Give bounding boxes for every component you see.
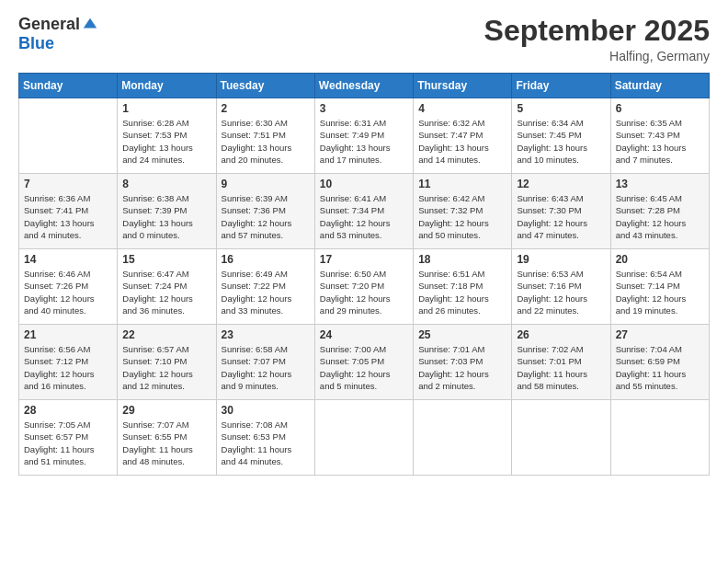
day-info: Sunrise: 6:56 AM Sunset: 7:12 PM Dayligh… xyxy=(24,343,112,392)
day-number: 30 xyxy=(222,404,310,417)
day-number: 24 xyxy=(320,328,408,341)
day-number: 22 xyxy=(122,328,210,341)
day-number: 9 xyxy=(222,178,310,190)
calendar-cell: 4Sunrise: 6:32 AM Sunset: 7:47 PM Daylig… xyxy=(414,98,512,174)
day-number: 29 xyxy=(122,404,210,417)
day-number: 13 xyxy=(616,178,704,190)
calendar-cell: 7Sunrise: 6:36 AM Sunset: 7:41 PM Daylig… xyxy=(19,174,118,249)
day-info: Sunrise: 6:35 AM Sunset: 7:43 PM Dayligh… xyxy=(616,117,704,166)
calendar-cell: 19Sunrise: 6:53 AM Sunset: 7:16 PM Dayli… xyxy=(512,249,610,325)
calendar-cell: 18Sunrise: 6:51 AM Sunset: 7:18 PM Dayli… xyxy=(414,249,512,325)
calendar-table: SundayMondayTuesdayWednesdayThursdayFrid… xyxy=(18,73,710,476)
calendar-week-row: 14Sunrise: 6:46 AM Sunset: 7:26 PM Dayli… xyxy=(19,249,710,325)
calendar-cell: 6Sunrise: 6:35 AM Sunset: 7:43 PM Daylig… xyxy=(610,98,709,174)
calendar-cell: 11Sunrise: 6:42 AM Sunset: 7:32 PM Dayli… xyxy=(414,174,512,249)
day-info: Sunrise: 6:43 AM Sunset: 7:30 PM Dayligh… xyxy=(517,192,605,241)
day-number: 25 xyxy=(418,328,506,341)
calendar-cell xyxy=(414,400,512,476)
calendar-cell: 28Sunrise: 7:05 AM Sunset: 6:57 PM Dayli… xyxy=(19,400,118,476)
day-number: 16 xyxy=(222,253,310,266)
logo: General Blue xyxy=(18,15,98,53)
day-info: Sunrise: 7:08 AM Sunset: 6:53 PM Dayligh… xyxy=(222,419,310,467)
calendar-week-row: 28Sunrise: 7:05 AM Sunset: 6:57 PM Dayli… xyxy=(19,400,710,476)
day-info: Sunrise: 7:04 AM Sunset: 6:59 PM Dayligh… xyxy=(616,343,704,392)
calendar-cell: 5Sunrise: 6:34 AM Sunset: 7:45 PM Daylig… xyxy=(512,98,610,174)
col-header-friday: Friday xyxy=(512,74,610,98)
calendar-cell xyxy=(19,98,118,174)
col-header-sunday: Sunday xyxy=(19,74,118,98)
day-info: Sunrise: 6:45 AM Sunset: 7:28 PM Dayligh… xyxy=(616,192,704,241)
calendar-cell xyxy=(314,400,413,476)
calendar-cell: 21Sunrise: 6:56 AM Sunset: 7:12 PM Dayli… xyxy=(19,325,118,400)
calendar-week-row: 1Sunrise: 6:28 AM Sunset: 7:53 PM Daylig… xyxy=(19,98,710,174)
col-header-wednesday: Wednesday xyxy=(314,74,413,98)
location: Halfing, Germany xyxy=(484,49,710,63)
calendar-cell: 30Sunrise: 7:08 AM Sunset: 6:53 PM Dayli… xyxy=(216,400,314,476)
day-info: Sunrise: 6:58 AM Sunset: 7:07 PM Dayligh… xyxy=(222,343,310,392)
day-info: Sunrise: 7:00 AM Sunset: 7:05 PM Dayligh… xyxy=(320,343,408,392)
calendar-cell: 26Sunrise: 7:02 AM Sunset: 7:01 PM Dayli… xyxy=(512,325,610,400)
day-info: Sunrise: 6:36 AM Sunset: 7:41 PM Dayligh… xyxy=(24,192,112,241)
calendar-cell: 3Sunrise: 6:31 AM Sunset: 7:49 PM Daylig… xyxy=(314,98,413,174)
day-info: Sunrise: 6:47 AM Sunset: 7:24 PM Dayligh… xyxy=(122,268,210,316)
calendar-cell: 14Sunrise: 6:46 AM Sunset: 7:26 PM Dayli… xyxy=(19,249,118,325)
day-info: Sunrise: 6:46 AM Sunset: 7:26 PM Dayligh… xyxy=(24,268,112,316)
logo-general-text: General xyxy=(18,15,80,34)
calendar-week-row: 21Sunrise: 6:56 AM Sunset: 7:12 PM Dayli… xyxy=(19,325,710,400)
svg-marker-0 xyxy=(84,17,97,28)
day-number: 28 xyxy=(24,404,112,417)
day-number: 6 xyxy=(616,102,704,115)
calendar-cell: 22Sunrise: 6:57 AM Sunset: 7:10 PM Dayli… xyxy=(118,325,216,400)
day-info: Sunrise: 6:49 AM Sunset: 7:22 PM Dayligh… xyxy=(222,268,310,316)
day-info: Sunrise: 6:34 AM Sunset: 7:45 PM Dayligh… xyxy=(517,117,605,166)
calendar-header-row: SundayMondayTuesdayWednesdayThursdayFrid… xyxy=(19,74,710,98)
day-number: 4 xyxy=(418,102,506,115)
day-info: Sunrise: 6:28 AM Sunset: 7:53 PM Dayligh… xyxy=(122,117,210,166)
day-number: 15 xyxy=(122,253,210,266)
day-number: 18 xyxy=(418,253,506,266)
calendar-cell: 12Sunrise: 6:43 AM Sunset: 7:30 PM Dayli… xyxy=(512,174,610,249)
calendar-cell xyxy=(610,400,709,476)
day-info: Sunrise: 6:30 AM Sunset: 7:51 PM Dayligh… xyxy=(222,117,310,166)
day-number: 8 xyxy=(122,178,210,190)
day-number: 26 xyxy=(517,328,605,341)
day-number: 11 xyxy=(418,178,506,190)
calendar-cell: 15Sunrise: 6:47 AM Sunset: 7:24 PM Dayli… xyxy=(118,249,216,325)
col-header-monday: Monday xyxy=(118,74,216,98)
month-title: September 2025 xyxy=(484,15,710,47)
calendar-cell: 27Sunrise: 7:04 AM Sunset: 6:59 PM Dayli… xyxy=(610,325,709,400)
day-number: 17 xyxy=(320,253,408,266)
day-number: 12 xyxy=(517,178,605,190)
day-number: 20 xyxy=(616,253,704,266)
header: General Blue September 2025 Halfing, Ger… xyxy=(18,15,710,63)
calendar-cell: 23Sunrise: 6:58 AM Sunset: 7:07 PM Dayli… xyxy=(216,325,314,400)
col-header-tuesday: Tuesday xyxy=(216,74,314,98)
day-info: Sunrise: 6:39 AM Sunset: 7:36 PM Dayligh… xyxy=(222,192,310,241)
day-number: 19 xyxy=(517,253,605,266)
calendar-cell xyxy=(512,400,610,476)
day-info: Sunrise: 6:51 AM Sunset: 7:18 PM Dayligh… xyxy=(418,268,506,316)
col-header-thursday: Thursday xyxy=(414,74,512,98)
day-number: 21 xyxy=(24,328,112,341)
day-info: Sunrise: 7:02 AM Sunset: 7:01 PM Dayligh… xyxy=(517,343,605,392)
calendar-cell: 25Sunrise: 7:01 AM Sunset: 7:03 PM Dayli… xyxy=(414,325,512,400)
calendar-cell: 1Sunrise: 6:28 AM Sunset: 7:53 PM Daylig… xyxy=(118,98,216,174)
day-info: Sunrise: 6:32 AM Sunset: 7:47 PM Dayligh… xyxy=(418,117,506,166)
title-area: September 2025 Halfing, Germany xyxy=(484,15,710,63)
day-info: Sunrise: 7:01 AM Sunset: 7:03 PM Dayligh… xyxy=(418,343,506,392)
day-info: Sunrise: 7:07 AM Sunset: 6:55 PM Dayligh… xyxy=(122,419,210,467)
day-info: Sunrise: 6:53 AM Sunset: 7:16 PM Dayligh… xyxy=(517,268,605,316)
day-number: 2 xyxy=(222,102,310,115)
day-info: Sunrise: 6:41 AM Sunset: 7:34 PM Dayligh… xyxy=(320,192,408,241)
day-number: 5 xyxy=(517,102,605,115)
calendar-cell: 20Sunrise: 6:54 AM Sunset: 7:14 PM Dayli… xyxy=(610,249,709,325)
calendar-cell: 17Sunrise: 6:50 AM Sunset: 7:20 PM Dayli… xyxy=(314,249,413,325)
day-number: 14 xyxy=(24,253,112,266)
calendar-cell: 29Sunrise: 7:07 AM Sunset: 6:55 PM Dayli… xyxy=(118,400,216,476)
day-info: Sunrise: 6:50 AM Sunset: 7:20 PM Dayligh… xyxy=(320,268,408,316)
col-header-saturday: Saturday xyxy=(610,74,709,98)
logo-text: General xyxy=(18,15,98,34)
day-info: Sunrise: 6:54 AM Sunset: 7:14 PM Dayligh… xyxy=(616,268,704,316)
page: General Blue September 2025 Halfing, Ger… xyxy=(0,0,728,563)
day-number: 10 xyxy=(320,178,408,190)
